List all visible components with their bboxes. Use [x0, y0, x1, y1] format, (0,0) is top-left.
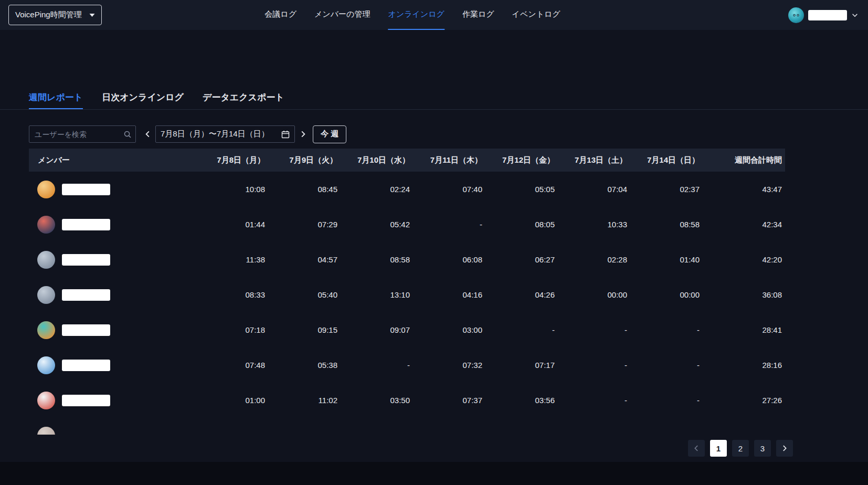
time-cell: 07:17: [500, 361, 572, 370]
pagination-page-button[interactable]: 2: [732, 440, 749, 457]
time-cell: 08:58: [644, 220, 717, 229]
time-cell: 08:45: [282, 185, 355, 194]
top-nav-item[interactable]: メンバーの管理: [314, 0, 370, 30]
this-week-button[interactable]: 今 週: [313, 125, 346, 143]
member-name-redacted: [62, 254, 110, 266]
column-header-day: 7月8日（月）: [210, 155, 282, 165]
time-cell: 02:37: [644, 185, 717, 194]
table-row: 01:0011:0203:5007:3703:56--27:26: [29, 383, 785, 418]
pagination: 123: [688, 440, 793, 457]
time-cell: 07:04: [572, 185, 644, 194]
tab-item[interactable]: データエクスポート: [203, 87, 284, 110]
member-cell: [29, 427, 210, 435]
member-avatar: [37, 286, 55, 304]
member-name-redacted: [62, 360, 110, 371]
time-cell: -: [427, 220, 500, 229]
time-cell: -: [572, 396, 644, 405]
time-cell: 07:32: [427, 361, 500, 370]
member-avatar: [37, 321, 55, 339]
time-cell: 01:44: [210, 220, 282, 229]
table-row: 01:4407:2905:42-08:0510:3308:5842:34: [29, 207, 785, 242]
chevron-right-icon: [781, 445, 788, 452]
weekly-total-cell: 28:16: [717, 361, 785, 370]
time-cell: -: [644, 396, 717, 405]
top-nav-item[interactable]: 作業ログ: [462, 0, 494, 30]
time-cell: 02:24: [355, 185, 427, 194]
member-avatar: [37, 251, 55, 269]
search-input[interactable]: [29, 126, 135, 142]
footer-strip: [0, 462, 868, 485]
column-header-day: 7月12日（金）: [500, 155, 572, 165]
column-header-day: 7月11日（木）: [427, 155, 500, 165]
next-week-button[interactable]: [297, 125, 309, 143]
column-header-day: 7月13日（土）: [572, 155, 644, 165]
pagination-page-button[interactable]: 3: [754, 440, 771, 457]
time-cell: -: [572, 361, 644, 370]
time-cell: 03:56: [500, 396, 572, 405]
time-cell: 10:33: [572, 220, 644, 229]
weekly-total-cell: 27:26: [717, 396, 785, 405]
time-cell: 06:08: [427, 255, 500, 264]
time-cell: 07:29: [282, 220, 355, 229]
caret-down-icon: [89, 13, 95, 17]
time-cell: 08:58: [355, 255, 427, 264]
robot-face-icon: [792, 12, 800, 18]
top-nav: 会議ログメンバーの管理オンラインログ作業ログイベントログ: [264, 0, 560, 30]
user-name-redacted: [808, 10, 847, 20]
time-cell: -: [500, 325, 572, 334]
time-cell: 00:00: [572, 290, 644, 299]
time-cell: -: [572, 325, 644, 334]
member-cell: [29, 216, 210, 234]
time-cell: 04:57: [282, 255, 355, 264]
top-nav-item[interactable]: オンラインログ: [388, 0, 444, 30]
search-box[interactable]: [29, 125, 136, 143]
workspace-selector[interactable]: VoicePing時間管理: [8, 5, 102, 25]
calendar-icon: [281, 130, 290, 139]
time-cell: 03:00: [427, 325, 500, 334]
member-avatar: [37, 427, 55, 435]
member-cell: [29, 356, 210, 374]
member-cell: [29, 392, 210, 409]
member-name-redacted: [62, 324, 110, 336]
pagination-next-button[interactable]: [776, 440, 793, 457]
tab-item[interactable]: 日次オンラインログ: [102, 87, 184, 110]
member-name-redacted: [62, 289, 110, 301]
time-cell: 00:00: [644, 290, 717, 299]
time-cell: 11:38: [210, 255, 282, 264]
member-avatar: [37, 392, 55, 409]
time-cell: 04:16: [427, 290, 500, 299]
tab-bar: 週間レポート日次オンラインログデータエクスポート: [29, 87, 284, 110]
table-row: 07:4805:38-07:3207:17--28:16: [29, 347, 785, 383]
time-cell: -: [644, 325, 717, 334]
user-avatar: [788, 7, 804, 23]
member-avatar: [37, 181, 55, 198]
time-cell: 07:40: [427, 185, 500, 194]
date-range-picker[interactable]: 7月8日（月）〜7月14日（日）: [155, 125, 295, 143]
search-icon: [123, 130, 132, 139]
member-cell: [29, 251, 210, 269]
column-header-day: 7月14日（日）: [644, 155, 717, 165]
weekly-total-cell: 43:47: [717, 185, 785, 194]
time-cell: 08:33: [210, 290, 282, 299]
time-cell: 05:38: [282, 361, 355, 370]
column-header-day: 7月10日（水）: [355, 155, 427, 165]
pagination-page-button[interactable]: 1: [710, 440, 727, 457]
top-nav-item[interactable]: 会議ログ: [264, 0, 297, 30]
member-avatar: [37, 216, 55, 234]
weekly-total-cell: 42:34: [717, 220, 785, 229]
time-cell: 05:42: [355, 220, 427, 229]
table-row-partial: [29, 418, 785, 435]
weekly-total-cell: 42:20: [717, 255, 785, 264]
user-menu[interactable]: [788, 0, 859, 30]
pagination-prev-button[interactable]: [688, 440, 705, 457]
time-cell: -: [355, 361, 427, 370]
table-row: 10:0808:4502:2407:4005:0507:0402:3743:47: [29, 172, 785, 207]
prev-week-button[interactable]: [141, 125, 154, 143]
chevron-right-icon: [299, 130, 307, 138]
top-nav-item[interactable]: イベントログ: [512, 0, 560, 30]
chevron-down-icon: [851, 12, 859, 19]
weekly-report-table: メンバー7月8日（月）7月9日（火）7月10日（水）7月11日（木）7月12日（…: [29, 149, 785, 435]
time-cell: 01:40: [644, 255, 717, 264]
time-cell: 07:18: [210, 325, 282, 334]
tab-item[interactable]: 週間レポート: [29, 87, 83, 110]
